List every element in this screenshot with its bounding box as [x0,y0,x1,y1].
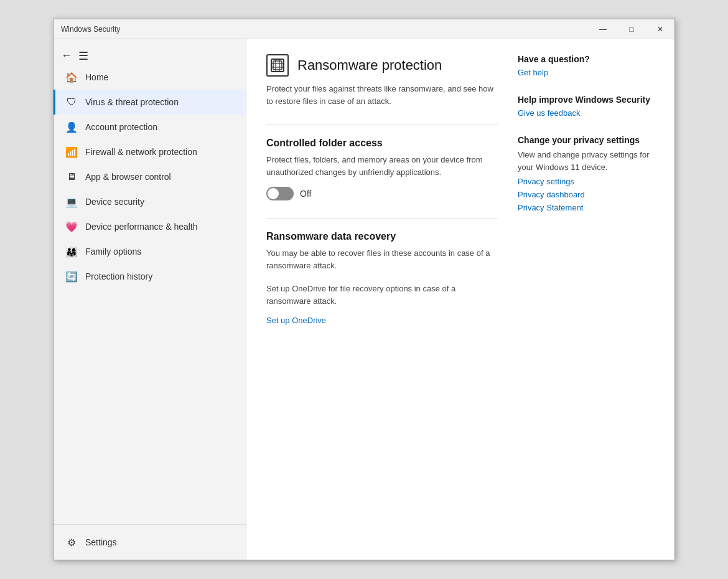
sidebar-bottom: ⚙ Settings [54,524,246,560]
window-title: Windows Security [61,25,120,34]
sidebar-item-virus-label: Virus & threat protection [85,97,179,107]
sidebar-item-protection-history[interactable]: 🔄 Protection history [54,264,246,289]
recovery-section: Ransomware data recovery You may be able… [266,231,498,325]
recovery-sub: Set up OneDrive for file recovery option… [266,283,498,307]
main-left: Ransomware protection Protect your files… [266,54,498,545]
settings-icon: ⚙ [65,536,78,548]
divider-2 [266,218,498,219]
sidebar-item-home[interactable]: 🏠 Home [54,65,246,90]
privacy-settings-link[interactable]: Privacy settings [518,177,655,186]
home-icon: 🏠 [65,71,78,83]
main-content: Ransomware protection Protect your files… [246,39,674,560]
content-area: ← ☰ 🏠 Home 🛡 Virus & threat protection 👤… [54,39,674,560]
sidebar-item-device-security-label: Device security [85,197,144,207]
hamburger-button[interactable]: ☰ [78,50,88,62]
sidebar-top: ← ☰ [54,44,246,65]
page-header: Ransomware protection [266,54,498,77]
virus-icon: 🛡 [65,96,78,108]
sidebar-item-device-perf-label: Device performance & health [85,222,198,232]
sidebar-item-virus[interactable]: 🛡 Virus & threat protection [54,90,246,115]
back-button[interactable]: ← [61,49,72,62]
right-privacy-title: Change your privacy settings [518,135,655,145]
sidebar-item-device-perf[interactable]: 💗 Device performance & health [54,214,246,239]
maximize-button[interactable]: □ [617,19,646,39]
right-improve-section: Help improve Windows Security Give us fe… [518,95,655,118]
account-icon: 👤 [65,121,78,133]
sidebar-item-device-security[interactable]: 💻 Device security [54,189,246,214]
app-browser-icon: 🖥 [65,171,78,183]
main-right: Have a question? Get help Help improve W… [518,54,655,545]
right-question-section: Have a question? Get help [518,54,655,77]
titlebar: Windows Security — □ ✕ [54,19,674,39]
svg-rect-1 [273,61,282,70]
privacy-dashboard-link[interactable]: Privacy dashboard [518,190,655,199]
close-button[interactable]: ✕ [646,19,674,39]
page-description: Protect your files against threats like … [266,83,498,107]
family-icon: 👨‍👩‍👧 [65,245,78,258]
device-security-icon: 💻 [65,195,78,208]
get-help-link[interactable]: Get help [518,68,655,77]
sidebar: ← ☰ 🏠 Home 🛡 Virus & threat protection 👤… [54,39,246,560]
minimize-button[interactable]: — [589,19,617,39]
sidebar-item-protection-history-label: Protection history [85,271,152,281]
setup-onedrive-link[interactable]: Set up OneDrive [266,316,498,325]
toggle-label: Off [300,189,311,199]
device-perf-icon: 💗 [65,220,78,233]
sidebar-item-settings-label: Settings [85,537,117,547]
sidebar-item-app-browser[interactable]: 🖥 App & browser control [54,164,246,189]
right-privacy-description: View and change privacy settings for you… [518,149,655,173]
sidebar-item-firewall[interactable]: 📶 Firewall & network protection [54,139,246,164]
controlled-folder-toggle[interactable] [266,187,294,200]
sidebar-item-account[interactable]: 👤 Account protection [54,115,246,139]
windows-security-window: Windows Security — □ ✕ ← ☰ 🏠 Home 🛡 Viru… [53,19,675,560]
give-feedback-link[interactable]: Give us feedback [518,108,655,118]
controlled-folder-description: Protect files, folders, and memory areas… [266,154,498,178]
controlled-folder-section: Controlled folder access Protect files, … [266,138,498,200]
right-privacy-section: Change your privacy settings View and ch… [518,135,655,212]
toggle-row: Off [266,187,498,200]
window-controls: — □ ✕ [589,19,674,39]
recovery-title: Ransomware data recovery [266,231,498,242]
page-title: Ransomware protection [297,57,442,73]
sidebar-item-settings[interactable]: ⚙ Settings [54,530,246,555]
privacy-statement-link[interactable]: Privacy Statement [518,203,655,212]
sidebar-item-home-label: Home [85,72,108,82]
firewall-icon: 📶 [65,146,78,158]
sidebar-item-app-browser-label: App & browser control [85,172,171,182]
sidebar-item-family-label: Family options [85,247,141,257]
sidebar-item-account-label: Account protection [85,122,157,132]
divider-1 [266,125,498,125]
protection-history-icon: 🔄 [65,270,78,283]
sidebar-nav: 🏠 Home 🛡 Virus & threat protection 👤 Acc… [54,65,246,289]
controlled-folder-title: Controlled folder access [266,138,498,149]
right-improve-title: Help improve Windows Security [518,95,655,105]
recovery-description: You may be able to recover files in thes… [266,247,498,271]
right-question-title: Have a question? [518,54,655,64]
sidebar-item-firewall-label: Firewall & network protection [85,147,197,157]
toggle-thumb [268,188,279,199]
page-icon [266,54,289,77]
sidebar-item-family[interactable]: 👨‍👩‍👧 Family options [54,239,246,264]
